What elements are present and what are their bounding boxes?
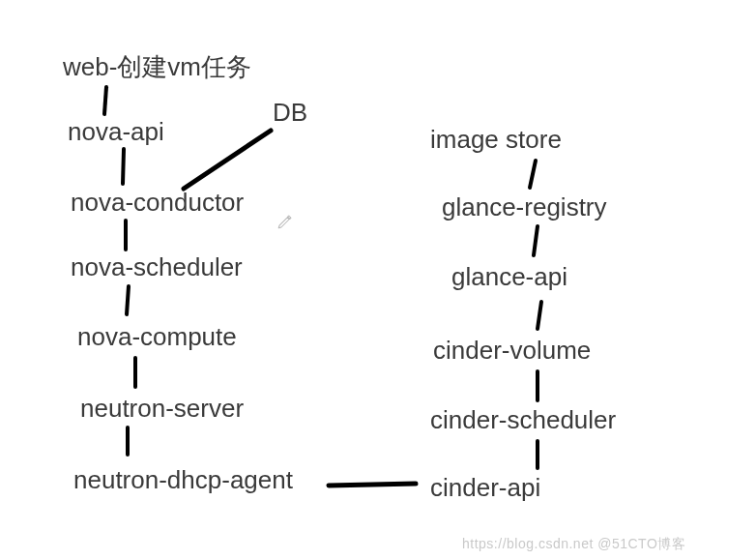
watermark-text: https://blog.csdn.net @51CTO博客 [462,536,685,553]
svg-line-8 [534,226,538,255]
node-neutron-dhcp-agent: neutron-dhcp-agent [73,466,293,494]
node-cinder-volume: cinder-volume [433,337,591,365]
diagram-canvas: web-创建vm任务 nova-api DB nova-conductor no… [0,0,756,560]
node-nova-conductor: nova-conductor [71,189,244,217]
node-cinder-api: cinder-api [430,474,540,502]
svg-line-9 [538,302,541,329]
svg-line-12 [329,484,416,486]
svg-line-7 [530,161,536,188]
node-web-create-vm: web-创建vm任务 [63,53,251,81]
node-db: DB [273,99,307,127]
svg-line-0 [104,87,106,114]
svg-line-6 [184,131,271,189]
node-nova-scheduler: nova-scheduler [71,253,243,281]
node-neutron-server: neutron-server [80,395,244,423]
node-nova-compute: nova-compute [77,323,237,351]
svg-line-3 [127,286,129,314]
node-glance-registry: glance-registry [442,193,607,221]
node-nova-api: nova-api [68,118,164,146]
pencil-icon [276,213,294,230]
svg-line-1 [123,149,124,184]
node-image-store: image store [430,126,562,154]
node-glance-api: glance-api [451,263,567,291]
node-cinder-scheduler: cinder-scheduler [430,406,616,434]
